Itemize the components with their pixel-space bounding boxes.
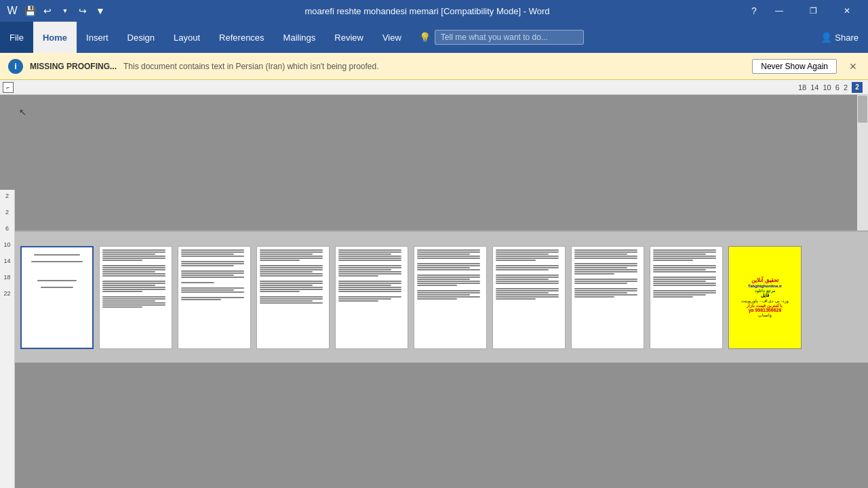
notification-title: MISSING PROOFING... [30,62,117,71]
undo-icon[interactable]: ↩ [41,4,54,18]
page-thumbnail-6[interactable] [414,246,487,349]
content-area: 2 2 6 10 14 18 22 ↖ 2 2 6 10 14 [0,95,868,488]
tell-me-input[interactable] [435,30,584,45]
page-thumbnail-10[interactable]: تحقیق آنلاین Tahghighonline.ir مرجع دانل… [728,246,802,349]
page-thumbnail-4[interactable] [256,246,330,349]
page-thumbnail-8[interactable] [571,246,644,349]
cursor-position: ↖ [19,107,26,117]
vertical-ruler: 2 2 6 10 14 18 22 [0,190,15,488]
notification-message: This document contains text in Persian (… [123,62,745,71]
page-thumbnail-7[interactable] [492,246,566,349]
page-thumbnail-2[interactable] [99,246,172,349]
ribbon: File Home Insert Design Layout Reference… [0,22,868,53]
app-window: W 💾 ↩ ▼ ↪ ▼ moarefi reshte mohandesi mem… [0,0,868,488]
scroll-thumb[interactable] [858,96,867,123]
page-thumbnail-3[interactable] [178,246,251,349]
ad-extra-text: واتساپ [758,312,772,317]
tab-file[interactable]: File [0,22,33,53]
restore-button[interactable]: ❐ [797,0,829,22]
tab-insert[interactable]: Insert [77,22,118,53]
horizontal-ruler: ⌐ 18 14 10 6 2 2 [0,80,868,95]
lightbulb-icon: 💡 [419,32,431,43]
notification-close-button[interactable]: ✕ [846,60,860,73]
tab-home[interactable]: Home [33,22,77,53]
tab-mailings[interactable]: Mailings [274,22,326,53]
vertical-scrollbar[interactable] [857,95,868,230]
share-icon: 👤 [821,32,832,43]
ad-phone-text: ya 9981366628 [749,308,782,312]
redo-icon[interactable]: ↪ [76,4,90,18]
page-thumbnail-5[interactable] [335,246,408,349]
title-bar: W 💾 ↩ ▼ ↪ ▼ moarefi reshte mohandesi mem… [0,0,868,22]
ruler-numbers: 18 14 10 6 2 2 [798,82,868,93]
ad-title-text: تحقیق آنلاین [751,277,778,284]
page-thumbnail-9[interactable] [650,246,723,349]
ruler-cursor-mark: 2 [852,82,863,93]
close-button[interactable]: ✕ [831,0,863,22]
customize-qat-icon[interactable]: ▼ [94,4,107,18]
tab-view[interactable]: View [373,22,411,53]
tell-me-bar: 💡 [411,22,811,53]
tab-design[interactable]: Design [118,22,164,53]
notification-bar: i MISSING PROOFING... This document cont… [0,53,868,80]
never-show-again-button[interactable]: Never Show Again [752,59,837,74]
document-scroll-area[interactable]: ↖ [15,95,868,230]
minimize-button[interactable]: — [764,0,795,22]
tab-references[interactable]: References [210,22,273,53]
thumbnail-strip-container: 2 2 6 10 14 18 22 [0,230,868,363]
notification-info-icon: i [8,59,23,74]
ad-subtitle-text: مرجع دانلود [755,288,775,293]
ad-formats-text: ورد- پی دی اف - پاورپوینت [741,298,788,303]
ad-thumbnail: تحقیق آنلاین Tahghighonline.ir مرجع دانل… [729,247,801,348]
page-thumbnail-1[interactable] [20,246,94,349]
share-button[interactable]: 👤 Share [811,22,868,53]
word-logo-icon: W [5,4,19,18]
tab-layout[interactable]: Layout [164,22,210,53]
ad-word-text: فایل [761,293,769,298]
undo-dropdown-icon[interactable]: ▼ [58,4,72,18]
title-bar-right: ? — ❐ ✕ [747,0,863,22]
tab-stop-indicator[interactable]: ⌐ [3,82,14,93]
thumbnail-strip: تحقیق آنلاین Tahghighonline.ir مرجع دانل… [15,230,868,363]
document-title: moarefi reshte mohandesi memari [Compati… [107,6,747,16]
title-bar-left: W 💾 ↩ ▼ ↪ ▼ [5,4,107,18]
save-icon[interactable]: 💾 [23,4,37,18]
tab-review[interactable]: Review [325,22,373,53]
help-icon[interactable]: ? [747,4,761,18]
document-bottom-area [0,363,868,488]
ad-market-text: با کمترین قیمت بازار [747,303,783,308]
